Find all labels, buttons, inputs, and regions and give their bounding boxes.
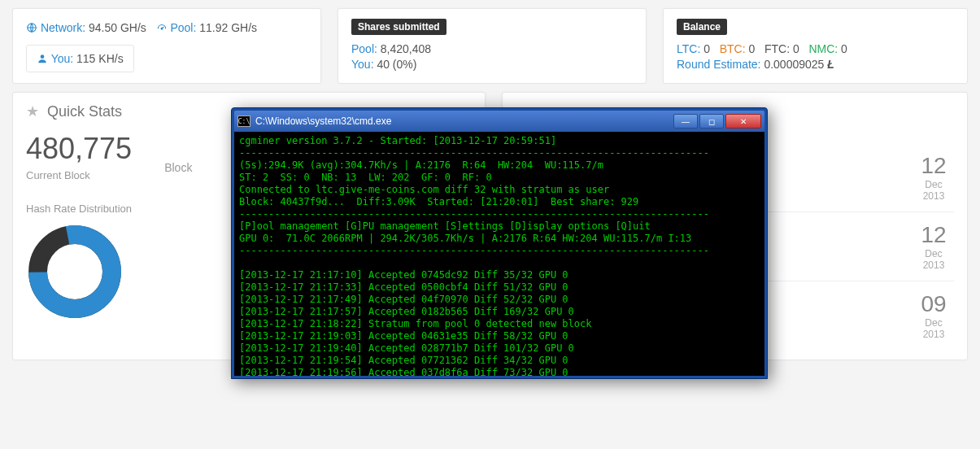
litecoin-icon: Ł: [827, 58, 834, 71]
shares-pool-label: Pool:: [351, 42, 377, 55]
news-day: 12: [913, 153, 954, 179]
nmc-value: 0: [841, 42, 847, 55]
ftc-value: 0: [793, 42, 799, 55]
balance-badge: Balance: [677, 19, 727, 35]
news-day: 12: [913, 222, 954, 248]
btc-value: 0: [748, 42, 755, 55]
estimate-line: Round Estimate: 0.00009025 Ł: [677, 58, 954, 71]
nmc-label: NMC:: [808, 42, 838, 55]
news-month: Dec: [913, 179, 954, 190]
cmd-title: C:\Windows\system32\cmd.exe: [255, 116, 673, 127]
user-icon: [37, 52, 51, 65]
shares-pool-value: 8,420,408: [381, 42, 431, 55]
cmd-icon: C:\: [237, 116, 250, 127]
top-row: Network: 94.50 GH/s Pool: 11.92 GH/s You…: [0, 0, 980, 84]
shares-you-label: You:: [351, 58, 374, 71]
quick-stats-title-text: Quick Stats: [47, 103, 122, 120]
news-date: 12Dec2013: [913, 153, 954, 202]
pool-value: 11.92 GH/s: [199, 21, 257, 34]
shares-you-value: 40 (0%): [377, 58, 416, 71]
panel-shares: Shares submitted Pool: 8,420,408 You: 40…: [338, 8, 647, 84]
news-month: Dec: [913, 317, 954, 329]
network-value: 94.50 GH/s: [89, 21, 146, 34]
shares-you-line: You: 40 (0%): [351, 58, 633, 71]
panel-balance: Balance LTC: 0 BTC: 0 FTC: 0 NMC: 0 Roun…: [663, 8, 968, 84]
news-year: 2013: [913, 190, 954, 202]
current-block-number: 480,775: [26, 132, 132, 166]
svg-point-7: [54, 251, 95, 292]
estimate-value: 0.00009025: [764, 58, 824, 71]
estimate-label: Round Estimate:: [677, 58, 761, 71]
cmd-window[interactable]: C:\ C:\Windows\system32\cmd.exe — ◻ ✕ cg…: [231, 107, 768, 379]
news-day: 09: [913, 291, 954, 317]
news-date: 12Dec2013: [913, 222, 954, 271]
news-year: 2013: [913, 329, 954, 340]
svg-line-2: [162, 27, 163, 28]
cmd-output[interactable]: cgminer version 3.7.2 - Started: [2013-1…: [234, 132, 764, 376]
shares-pool-line: Pool: 8,420,408: [351, 42, 633, 55]
cmd-titlebar[interactable]: C:\ C:\Windows\system32\cmd.exe — ◻ ✕: [234, 111, 764, 132]
dashboard-icon: [156, 21, 171, 34]
panel-hashrate: Network: 94.50 GH/s Pool: 11.92 GH/s You…: [12, 8, 321, 84]
block-side-label: Block: [164, 161, 192, 174]
ltc-label: LTC:: [677, 42, 700, 55]
globe-icon: [26, 21, 41, 34]
btc-label: BTC:: [720, 42, 746, 55]
hashrate-line: Network: 94.50 GH/s Pool: 11.92 GH/s: [26, 21, 307, 34]
news-month: Dec: [913, 248, 954, 259]
you-label: You:: [51, 52, 74, 65]
you-value: 115 KH/s: [76, 52, 124, 65]
close-button[interactable]: ✕: [725, 114, 761, 129]
ltc-value: 0: [703, 42, 710, 55]
you-hashrate-box: You: 115 KH/s: [26, 45, 134, 72]
balance-coins-line: LTC: 0 BTC: 0 FTC: 0 NMC: 0: [677, 42, 954, 55]
ftc-label: FTC:: [764, 42, 790, 55]
minimize-button[interactable]: —: [673, 114, 698, 129]
news-year: 2013: [913, 259, 954, 271]
network-label: Network:: [41, 21, 85, 34]
svg-point-3: [41, 54, 45, 59]
shares-badge: Shares submitted: [351, 19, 446, 35]
maximize-button[interactable]: ◻: [699, 114, 724, 129]
current-block-label: Current Block: [26, 169, 132, 181]
pool-label: Pool:: [170, 21, 196, 34]
star-icon: ★: [26, 102, 39, 120]
news-date: 09Dec2013: [913, 291, 954, 340]
window-controls: — ◻ ✕: [673, 114, 761, 129]
